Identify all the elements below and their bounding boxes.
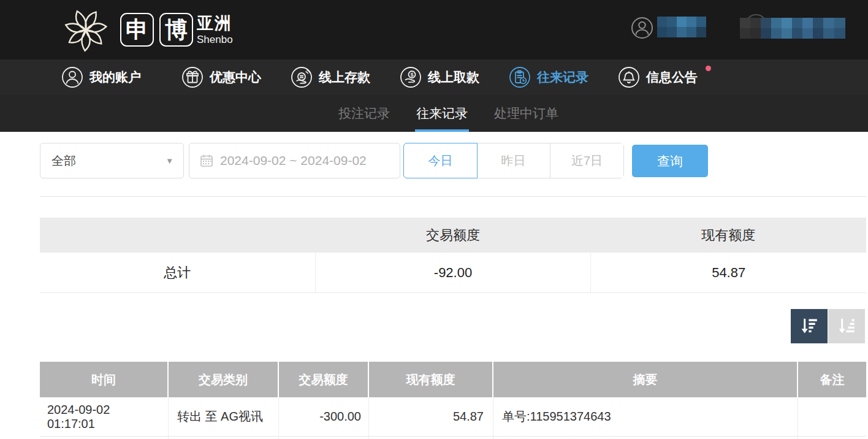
bell-icon <box>618 66 640 88</box>
cell-empty <box>169 437 279 439</box>
cell-current-balance: 54.87 <box>369 397 493 436</box>
cell-summary: 单号:115951374643 <box>493 397 798 436</box>
blurred-balance <box>740 18 845 39</box>
sub-navigation: 投注记录 往来记录 处理中订单 <box>0 95 868 132</box>
sort-descending-button[interactable] <box>791 309 828 343</box>
summary-total-label: 总计 <box>40 253 316 292</box>
nav-label: 我的账户 <box>89 69 141 86</box>
summary-transaction-amount-value: -92.00 <box>316 253 592 292</box>
last-7-days-button[interactable]: 近7日 <box>550 143 623 178</box>
header-time: 时间 <box>40 362 169 397</box>
calendar-icon <box>199 153 214 168</box>
type-select-value: 全部 <box>51 153 76 169</box>
main-navigation: 我的账户 优惠中心 <box>0 59 868 95</box>
gift-icon <box>181 66 204 88</box>
cell-transaction-type: 转出 至 AG视讯 <box>169 397 279 436</box>
nav-item-transaction-records[interactable]: 往来记录 <box>509 66 588 88</box>
tab-transaction-records[interactable]: 往来记录 <box>416 95 468 132</box>
nav-item-online-deposit[interactable]: 线上存款 <box>291 66 370 88</box>
summary-current-balance-value: 54.87 <box>591 253 866 292</box>
date-range-input[interactable]: 2024-09-02 ~ 2024-09-02 <box>189 143 400 178</box>
records-table: 时间 交易类别 交易额度 现有额度 摘要 备注 2024-09-02 01:17… <box>40 362 866 439</box>
transaction-records-page: 申 博 亚洲 Shenbo <box>0 0 868 439</box>
tab-label: 处理中订单 <box>494 105 558 122</box>
table-row-partial <box>40 437 866 439</box>
flower-logo-icon <box>56 2 115 58</box>
header-current-balance: 现有额度 <box>369 362 493 397</box>
today-button[interactable]: 今日 <box>403 143 478 178</box>
header-transaction-type: 交易类别 <box>169 362 279 397</box>
summary-header-transaction-amount: 交易额度 <box>315 218 590 253</box>
section-divider <box>40 196 866 197</box>
account-icon <box>61 66 83 88</box>
sort-ascending-icon <box>836 316 857 337</box>
cell-note <box>798 397 866 436</box>
cell-empty <box>798 437 866 439</box>
nav-label: 优惠中心 <box>210 69 261 86</box>
records-table-header: 时间 交易类别 交易额度 现有额度 摘要 备注 <box>40 362 866 397</box>
nav-item-my-account[interactable]: 我的账户 <box>61 66 141 88</box>
header-note: 备注 <box>798 362 866 397</box>
quick-button-label: 今日 <box>428 153 453 169</box>
tab-processing-orders[interactable]: 处理中订单 <box>494 95 558 132</box>
logo-region-cn: 亚洲 <box>197 15 233 32</box>
summary-header-current-balance: 现有额度 <box>591 218 866 253</box>
query-button-label: 查询 <box>657 153 683 170</box>
user-avatar-icon[interactable] <box>631 17 653 39</box>
summary-total-row: 总计 -92.00 54.87 <box>40 253 866 293</box>
summary-table-header: 交易额度 现有额度 <box>40 218 866 253</box>
cell-empty <box>369 437 493 439</box>
top-header-bar: 申 博 亚洲 Shenbo <box>0 0 868 59</box>
record-tabs: 投注记录 往来记录 处理中订单 <box>338 95 558 132</box>
nav-label: 往来记录 <box>537 69 588 86</box>
header-transaction-amount: 交易额度 <box>279 362 369 397</box>
table-row: 2024-09-02 01:17:01 转出 至 AG视讯 -300.00 54… <box>40 397 866 437</box>
records-icon <box>509 66 531 88</box>
query-button[interactable]: 查询 <box>632 145 708 177</box>
summary-table: 交易额度 现有额度 总计 -92.00 54.87 <box>40 218 866 293</box>
nav-item-promotions[interactable]: 优惠中心 <box>181 66 261 88</box>
cell-empty <box>493 437 798 439</box>
type-select-dropdown[interactable]: 全部 ▼ <box>40 143 184 178</box>
logo-region-en: Shenbo <box>197 34 233 45</box>
header-summary: 摘要 <box>493 362 798 397</box>
withdraw-icon: $ <box>400 66 422 88</box>
tab-label: 往来记录 <box>416 105 468 122</box>
cell-empty <box>40 437 169 439</box>
quick-date-button-group: 今日 昨日 近7日 <box>403 143 624 178</box>
summary-header-empty <box>40 218 315 253</box>
sort-ascending-button[interactable] <box>828 309 865 343</box>
sort-descending-icon <box>799 316 820 337</box>
sort-controls <box>791 309 865 343</box>
cell-time: 2024-09-02 01:17:01 <box>40 397 169 436</box>
caret-down-icon: ▼ <box>166 156 173 166</box>
nav-label: 线上存款 <box>319 69 370 86</box>
nav-label: 线上取款 <box>428 69 479 86</box>
cell-transaction-amount: -300.00 <box>279 397 369 436</box>
yesterday-button[interactable]: 昨日 <box>477 143 550 178</box>
blurred-username <box>657 17 706 37</box>
quick-button-label: 昨日 <box>501 153 526 169</box>
brand-logo[interactable]: 申 博 亚洲 Shenbo <box>56 1 233 58</box>
tab-label: 投注记录 <box>338 105 390 122</box>
svg-text:$: $ <box>411 72 414 78</box>
logo-region-text: 亚洲 Shenbo <box>197 15 233 45</box>
logo-char: 博 <box>165 15 188 45</box>
date-range-value: 2024-09-02 ~ 2024-09-02 <box>220 153 367 168</box>
user-info-area <box>611 0 868 59</box>
deposit-icon <box>291 66 313 88</box>
nav-label: 信息公告 <box>646 69 698 86</box>
quick-button-label: 近7日 <box>571 153 603 169</box>
notification-dot <box>706 66 711 71</box>
nav-item-announcements[interactable]: 信息公告 <box>618 66 698 88</box>
cell-empty <box>279 437 369 439</box>
logo-char-box: 博 <box>159 13 193 47</box>
logo-char: 申 <box>126 15 148 45</box>
tab-betting-records[interactable]: 投注记录 <box>338 95 390 132</box>
logo-char-box: 申 <box>120 13 154 47</box>
nav-item-online-withdrawal[interactable]: $ 线上取款 <box>400 66 479 88</box>
